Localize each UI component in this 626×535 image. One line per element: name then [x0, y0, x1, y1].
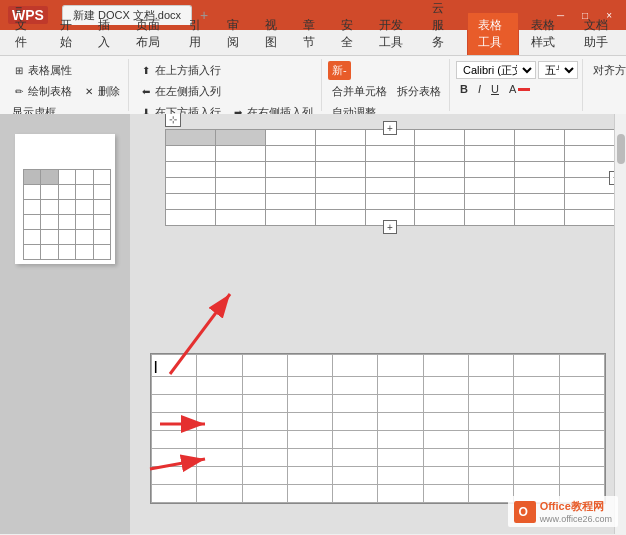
- table-cell[interactable]: [565, 162, 615, 178]
- table-cell[interactable]: [378, 485, 423, 503]
- table-cell[interactable]: [565, 178, 615, 194]
- table-move-handle[interactable]: ⊹: [165, 114, 181, 127]
- split-table-button[interactable]: 拆分表格: [393, 82, 445, 101]
- table-cell[interactable]: [378, 355, 423, 377]
- table-properties-button[interactable]: ⊞ 表格属性: [8, 61, 76, 80]
- table-cell[interactable]: [265, 194, 315, 210]
- table-cell[interactable]: [197, 431, 242, 449]
- table-cell[interactable]: [423, 467, 468, 485]
- table-cell[interactable]: [265, 130, 315, 146]
- table-cell[interactable]: [215, 130, 265, 146]
- table-cell[interactable]: [242, 377, 287, 395]
- table-cell[interactable]: [215, 162, 265, 178]
- table-cell[interactable]: [514, 467, 559, 485]
- table-cell[interactable]: [415, 162, 465, 178]
- table-cell[interactable]: [514, 377, 559, 395]
- table-cell[interactable]: [315, 178, 365, 194]
- tab-file[interactable]: ≡ 文件: [4, 0, 48, 55]
- table-cell[interactable]: [365, 178, 415, 194]
- table-cell[interactable]: [287, 395, 332, 413]
- table-cell[interactable]: [559, 377, 604, 395]
- table-cell[interactable]: [287, 431, 332, 449]
- table-cell[interactable]: [515, 210, 565, 226]
- table-cell[interactable]: [423, 355, 468, 377]
- table-cell[interactable]: [423, 395, 468, 413]
- tab-home[interactable]: 开始: [49, 12, 86, 55]
- table-cell[interactable]: [287, 467, 332, 485]
- table-cell[interactable]: [423, 485, 468, 503]
- table-cell[interactable]: [333, 377, 378, 395]
- table-cell[interactable]: [378, 413, 423, 431]
- table-cell[interactable]: [166, 162, 216, 178]
- table-cell-cursor[interactable]: [152, 355, 197, 377]
- table-cell[interactable]: [559, 413, 604, 431]
- bold-button[interactable]: B: [456, 81, 472, 97]
- table-cell[interactable]: [415, 194, 465, 210]
- merge-cells-button[interactable]: 合并单元格: [328, 82, 391, 101]
- table-cell[interactable]: [423, 431, 468, 449]
- table-cell[interactable]: [197, 449, 242, 467]
- table-cell[interactable]: [242, 413, 287, 431]
- table-cell[interactable]: [465, 146, 515, 162]
- table-cell[interactable]: [166, 210, 216, 226]
- table-cell[interactable]: [565, 146, 615, 162]
- table-cell[interactable]: [287, 485, 332, 503]
- table-cell[interactable]: [166, 146, 216, 162]
- table-cell[interactable]: [515, 178, 565, 194]
- table-cell[interactable]: [152, 449, 197, 467]
- table-cell[interactable]: [333, 395, 378, 413]
- table-cell[interactable]: [287, 377, 332, 395]
- table-cell[interactable]: [315, 130, 365, 146]
- table-cell[interactable]: [215, 210, 265, 226]
- table-cell[interactable]: [423, 413, 468, 431]
- table-cell[interactable]: [315, 210, 365, 226]
- tab-view[interactable]: 视图: [254, 12, 291, 55]
- table-cell[interactable]: [559, 431, 604, 449]
- table-cell[interactable]: [469, 377, 514, 395]
- table-cell[interactable]: [465, 210, 515, 226]
- table-cell[interactable]: [559, 395, 604, 413]
- plus-handle-bottom[interactable]: +: [383, 220, 397, 234]
- table-cell[interactable]: [565, 130, 615, 146]
- table-cell[interactable]: [365, 194, 415, 210]
- table-cell[interactable]: [215, 178, 265, 194]
- table-cell[interactable]: [378, 467, 423, 485]
- table-cell[interactable]: [378, 395, 423, 413]
- table-cell[interactable]: [152, 413, 197, 431]
- table-cell[interactable]: [166, 194, 216, 210]
- table-cell[interactable]: [265, 162, 315, 178]
- table-cell[interactable]: [415, 146, 465, 162]
- top-document-table[interactable]: [165, 129, 615, 226]
- table-cell[interactable]: [152, 467, 197, 485]
- tab-table-tools[interactable]: 表格工具: [467, 12, 519, 55]
- table-cell[interactable]: [197, 395, 242, 413]
- table-cell[interactable]: [287, 449, 332, 467]
- table-cell[interactable]: [152, 431, 197, 449]
- vertical-scrollbar[interactable]: [614, 114, 626, 534]
- table-cell[interactable]: [152, 485, 197, 503]
- tab-security[interactable]: 安全: [330, 12, 367, 55]
- delete-button[interactable]: ✕ 删除: [78, 82, 124, 101]
- table-cell[interactable]: [514, 395, 559, 413]
- table-cell[interactable]: [215, 146, 265, 162]
- scroll-thumb[interactable]: [617, 134, 625, 164]
- table-cell[interactable]: [365, 162, 415, 178]
- table-cell[interactable]: [469, 431, 514, 449]
- table-cell[interactable]: [378, 431, 423, 449]
- table-cell[interactable]: [469, 395, 514, 413]
- table-cell[interactable]: [333, 467, 378, 485]
- table-cell[interactable]: [514, 355, 559, 377]
- insert-left-button[interactable]: ⬅ 在左侧插入列: [135, 82, 225, 101]
- table-cell[interactable]: [242, 431, 287, 449]
- table-cell[interactable]: [287, 355, 332, 377]
- table-cell[interactable]: [465, 130, 515, 146]
- table-cell[interactable]: [215, 194, 265, 210]
- table-cell[interactable]: [365, 146, 415, 162]
- table-cell[interactable]: [423, 449, 468, 467]
- table-cell[interactable]: [469, 467, 514, 485]
- table-cell[interactable]: [423, 377, 468, 395]
- table-cell[interactable]: [166, 130, 216, 146]
- table-cell[interactable]: [469, 449, 514, 467]
- font-size-select[interactable]: 五号: [538, 61, 578, 79]
- table-cell[interactable]: [315, 194, 365, 210]
